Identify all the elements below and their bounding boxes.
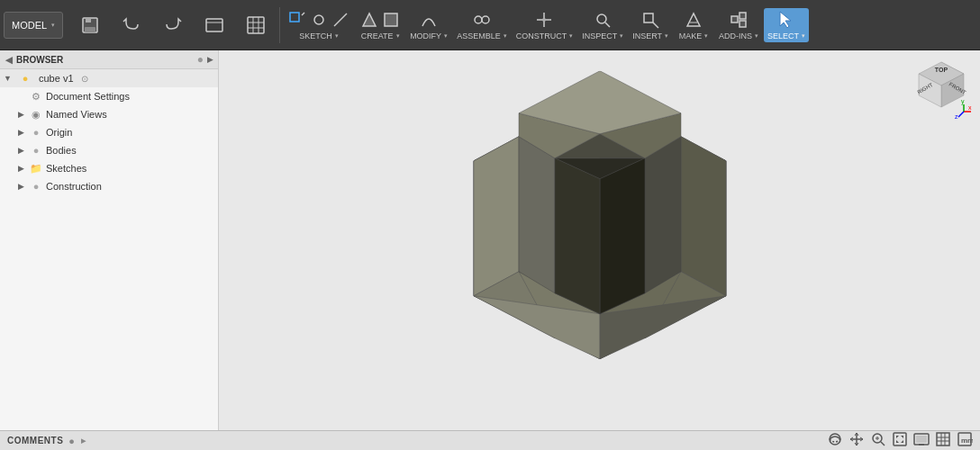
bodies-arrow: ▶ xyxy=(18,146,29,155)
root-label: cube v1 xyxy=(39,73,74,84)
svg-text:TOP: TOP xyxy=(935,67,948,73)
toolbar-separator-1 xyxy=(279,7,280,43)
origin-icon: ● xyxy=(29,125,43,140)
browser-label: BROWSER xyxy=(16,55,63,65)
svg-rect-1 xyxy=(86,18,91,22)
svg-marker-64 xyxy=(555,158,600,314)
modify-group[interactable]: MODIFY ▾ xyxy=(406,8,451,42)
zoom-tool-button[interactable] xyxy=(870,431,886,450)
comments-pin-icon[interactable]: ● xyxy=(68,436,75,446)
root-light-icon: ● xyxy=(18,71,32,86)
modify-label: MODIFY ▾ xyxy=(410,32,448,40)
svg-text:z: z xyxy=(955,113,958,120)
select-group[interactable]: SELECT ▾ xyxy=(764,8,809,42)
folder-icon-sketches: 📁 xyxy=(29,161,43,176)
svg-marker-60 xyxy=(645,137,681,293)
viewport-bottom-tools: mm xyxy=(827,431,973,450)
grid-button[interactable] xyxy=(236,14,276,37)
svg-rect-14 xyxy=(385,14,397,26)
svg-rect-22 xyxy=(644,14,653,22)
svg-point-19 xyxy=(542,18,546,22)
browser-panel: ◀ BROWSER ● ▸ ▼ ● cube v1 ⊙ ⚙ Document S… xyxy=(0,50,219,430)
doc-settings-label: Document Settings xyxy=(46,91,130,102)
tree-item-document-settings[interactable]: ⚙ Document Settings xyxy=(14,87,218,105)
fit-view-button[interactable] xyxy=(892,431,908,450)
save-icon xyxy=(80,15,100,35)
addins-group[interactable]: ADD-INS ▾ xyxy=(715,8,762,42)
assemble-group[interactable]: ASSEMBLE ▾ xyxy=(453,8,511,42)
insert-group[interactable]: INSERT ▾ xyxy=(629,8,672,42)
svg-point-15 xyxy=(475,16,482,23)
window-button[interactable] xyxy=(195,14,234,37)
bottom-bar: COMMENTS ● ▸ xyxy=(0,430,980,450)
sketches-label: Sketches xyxy=(46,163,86,174)
inspect-group[interactable]: INSPECT ▾ xyxy=(578,8,627,42)
tree-root-item[interactable]: ▼ ● cube v1 ⊙ xyxy=(0,69,218,87)
model-mode-button[interactable]: MODEL ▾ xyxy=(4,12,63,39)
bodies-label: Bodies xyxy=(46,145,77,156)
insert-label: INSERT ▾ xyxy=(632,32,668,40)
construct-group[interactable]: CONSTRUCT ▾ xyxy=(513,8,577,42)
inspect-label: INSPECT ▾ xyxy=(582,32,623,40)
collapse-icon[interactable]: ◀ xyxy=(5,55,13,65)
svg-marker-51 xyxy=(681,137,726,296)
sketches-arrow: ▶ xyxy=(18,164,29,173)
tree-item-sketches[interactable]: ▶ 📁 Sketches xyxy=(14,159,218,177)
svg-point-12 xyxy=(314,15,323,24)
comments-section[interactable]: COMMENTS ● ▸ xyxy=(7,436,86,446)
named-views-arrow: ▶ xyxy=(18,110,29,119)
grid-icon xyxy=(246,15,266,35)
save-button[interactable] xyxy=(70,14,110,37)
svg-line-13 xyxy=(334,14,347,26)
3d-cube-model xyxy=(429,71,771,397)
grid-settings-button[interactable] xyxy=(935,431,951,450)
construction-label: Construction xyxy=(46,181,102,192)
svg-line-71 xyxy=(881,442,885,446)
svg-rect-78 xyxy=(937,433,949,446)
svg-text:mm: mm xyxy=(961,436,973,445)
eye-icon: ◉ xyxy=(29,107,43,122)
origin-arrow: ▶ xyxy=(18,128,29,137)
sketch-group[interactable]: SKETCH ▾ xyxy=(284,8,354,42)
svg-rect-2 xyxy=(85,27,95,32)
undo-button[interactable] xyxy=(112,14,151,37)
svg-rect-25 xyxy=(740,13,746,19)
comments-expand-icon[interactable]: ▸ xyxy=(81,436,86,446)
redo-icon xyxy=(163,15,183,35)
navigation-cube[interactable]: TOP FRONT RIGHT x y z xyxy=(910,58,973,121)
browser-more-icon[interactable]: ▸ xyxy=(207,53,213,66)
svg-rect-74 xyxy=(894,433,906,446)
browser-pin-icon[interactable]: ● xyxy=(197,53,204,66)
tree-item-bodies[interactable]: ▶ ● Bodies xyxy=(14,141,218,159)
tree-item-named-views[interactable]: ▶ ◉ Named Views xyxy=(14,105,218,123)
svg-line-36 xyxy=(958,112,964,117)
construction-arrow: ▶ xyxy=(18,182,29,191)
orbit-tool-button[interactable] xyxy=(827,431,843,450)
window-icon xyxy=(204,15,224,35)
svg-rect-5 xyxy=(248,17,264,33)
construction-icon: ● xyxy=(29,179,43,194)
comments-label: COMMENTS xyxy=(7,436,63,446)
display-settings-button[interactable] xyxy=(913,431,930,450)
make-group[interactable]: MAKE ▾ xyxy=(674,8,713,42)
svg-point-69 xyxy=(830,434,840,445)
model-chevron: ▾ xyxy=(51,22,55,29)
construct-label: CONSTRUCT ▾ xyxy=(516,32,574,40)
3d-viewport[interactable]: TOP FRONT RIGHT x y z xyxy=(219,50,980,430)
svg-rect-24 xyxy=(731,16,738,22)
svg-rect-3 xyxy=(206,19,222,32)
svg-marker-59 xyxy=(519,137,555,293)
svg-rect-26 xyxy=(740,21,746,27)
svg-line-21 xyxy=(605,22,610,27)
pan-tool-button[interactable] xyxy=(848,431,865,450)
create-group[interactable]: CREATE ▾ xyxy=(356,8,404,42)
root-badge: ⊙ xyxy=(81,74,88,84)
svg-point-16 xyxy=(482,16,489,23)
tree-item-origin[interactable]: ▶ ● Origin xyxy=(14,123,218,141)
redo-button[interactable] xyxy=(153,14,193,37)
create-label: CREATE ▾ xyxy=(361,32,400,40)
tree-item-construction[interactable]: ▶ ● Construction xyxy=(14,177,218,195)
svg-text:y: y xyxy=(961,98,965,105)
sketch-icons xyxy=(287,10,350,30)
units-settings-button[interactable]: mm xyxy=(957,431,973,450)
